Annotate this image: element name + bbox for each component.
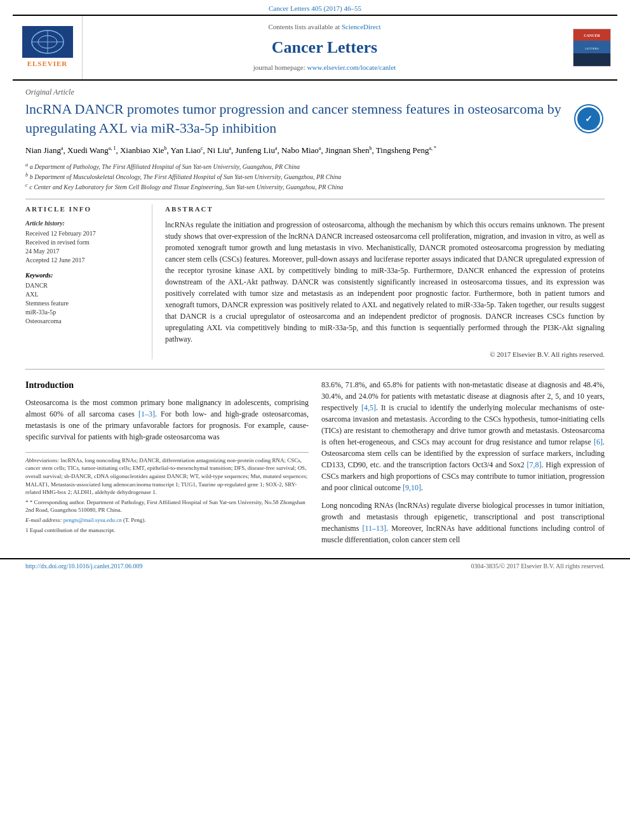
intro-right-text-2: Long noncoding RNAs (lncRNAs) regulate d… — [321, 500, 605, 545]
svg-text:CANCER: CANCER — [584, 34, 600, 37]
cancer-letters-logo-section: CANCER LETTERS — [566, 16, 617, 79]
affiliation-b: b b Department of Musculoskeletal Oncolo… — [25, 171, 605, 182]
svg-text:LETTERS: LETTERS — [585, 47, 599, 50]
footnotes-section: Abbreviations: lncRNAs, long noncoding R… — [25, 452, 309, 534]
abstract-heading: ABSTRACT — [165, 204, 605, 214]
journal-header-center: Contents lists available at ScienceDirec… — [83, 16, 566, 79]
elsevier-wordmark: ELSEVIER — [27, 59, 68, 69]
divider-1 — [25, 199, 605, 199]
received-date: Received 12 February 2017 — [25, 229, 142, 238]
email-address[interactable]: pengts@mail.sysu.edu.cn — [64, 517, 122, 523]
received-revised-date: 24 May 2017 — [25, 247, 142, 256]
page-footer: http://dx.doi.org/10.1016/j.canlet.2017.… — [0, 558, 630, 573]
article-title: lncRNA DANCR promotes tumor progression … — [25, 100, 566, 137]
keyword-2: AXL — [25, 290, 142, 299]
article-content: Original Article lncRNA DANCR promotes t… — [0, 81, 630, 552]
affiliations: a a Department of Pathology, The First A… — [25, 161, 605, 192]
journal-header: ELSEVIER Contents lists available at Sci… — [13, 15, 617, 80]
divider-2 — [25, 369, 605, 370]
abstract-text: lncRNAs regulate the initiation and prog… — [165, 219, 605, 345]
journal-name: Cancer Letters — [272, 36, 377, 59]
affiliation-a: a a Department of Pathology, The First A… — [25, 161, 605, 171]
intro-right-column: 83.6%, 71.8%, and 65.8% for patients wit… — [321, 379, 605, 545]
keywords-section: Keywords: DANCR AXL Stemness feature miR… — [25, 271, 142, 326]
corresponding-author-footnote: * * Corresponding author. Department of … — [25, 498, 309, 514]
article-type: Original Article — [25, 87, 605, 98]
journal-homepage-link[interactable]: www.elsevier.com/locate/canlet — [307, 63, 396, 71]
elsevier-logo-section: ELSEVIER — [13, 16, 83, 79]
elsevier-logo: ELSEVIER — [22, 26, 73, 69]
email-suffix: (T. Peng). — [123, 517, 146, 523]
corresponding-star: * — [25, 499, 29, 505]
citation-1-3[interactable]: [1–3] — [138, 410, 155, 418]
equal-contribution-footnote: 1 Equal contribution of the manuscript. — [25, 526, 309, 535]
accepted-date: Accepted 12 June 2017 — [25, 256, 142, 265]
keywords-label: Keywords: — [25, 271, 142, 280]
sciencedirect-line: Contents lists available at ScienceDirec… — [268, 22, 380, 32]
citation-11-13[interactable]: [11–13] — [363, 524, 387, 533]
abstract-column: ABSTRACT lncRNAs regulate the initiation… — [165, 204, 605, 360]
doi-link[interactable]: http://dx.doi.org/10.1016/j.canlet.2017.… — [25, 562, 143, 571]
citation-7-8[interactable]: [7,8] — [527, 460, 542, 469]
equal-contribution-text: 1 Equal contribution of the manuscript. — [25, 527, 115, 533]
intro-right-text: 83.6%, 71.8%, and 65.8% for patients wit… — [321, 379, 605, 493]
cancer-letters-logo: CANCER LETTERS — [573, 29, 611, 67]
introduction-heading: Introduction — [25, 379, 309, 392]
abbreviations-text: lncRNAs, long noncoding RNAs; DANCR, dif… — [25, 457, 307, 495]
journal-banner: Cancer Letters 405 (2017) 46–55 — [0, 0, 630, 15]
received-revised-label: Received in revised form — [25, 238, 142, 247]
page: Cancer Letters 405 (2017) 46–55 ELSEVIER — [0, 0, 630, 840]
authors-line: Nian Jianga, Xuedi Wanga, 1, Xianbiao Xi… — [25, 144, 605, 157]
intro-left-column: Introduction Osteosarcoma is the most co… — [25, 379, 309, 545]
info-abstract-section: ARTICLE INFO Article history: Received 1… — [25, 204, 605, 360]
article-history-label: Article history: — [25, 219, 142, 228]
abbreviations-label: Abbreviations: — [25, 457, 59, 463]
sciencedirect-link[interactable]: ScienceDirect — [342, 23, 381, 30]
copyright-notice: © 2017 Elsevier B.V. All rights reserved… — [165, 350, 605, 359]
article-info-heading: ARTICLE INFO — [25, 204, 142, 214]
keyword-4: miR-33a-5p — [25, 308, 142, 317]
issn-copyright: 0304-3835/© 2017 Elsevier B.V. All right… — [471, 562, 605, 571]
elsevier-graphic — [22, 26, 73, 58]
email-footnote: E-mail address: pengts@mail.sysu.edu.cn … — [25, 516, 309, 524]
svg-rect-8 — [573, 53, 610, 66]
abbreviations-footnote: Abbreviations: lncRNAs, long noncoding R… — [25, 457, 309, 497]
citation-9-10[interactable]: [9,10] — [403, 483, 421, 492]
introduction-section: Introduction Osteosarcoma is the most co… — [25, 379, 605, 545]
journal-citation: Cancer Letters 405 (2017) 46–55 — [269, 4, 361, 12]
corresponding-text: * Corresponding author. Department of Pa… — [25, 499, 305, 514]
email-label: E-mail address: — [25, 517, 62, 523]
keyword-3: Stemness feature — [25, 299, 142, 308]
journal-homepage: journal homepage: www.elsevier.com/locat… — [253, 63, 396, 72]
keyword-5: Osteosarcoma — [25, 317, 142, 326]
intro-left-text: Osteosarcoma is the most common primary … — [25, 397, 309, 443]
keyword-1: DANCR — [25, 281, 142, 290]
citation-6[interactable]: [6] — [594, 437, 603, 446]
article-title-section: lncRNA DANCR promotes tumor progression … — [25, 100, 605, 137]
affiliation-c: c c Center and Key Laboratory for Stem C… — [25, 182, 605, 192]
crossmark-icon[interactable]: ✓ CrossMark — [573, 103, 605, 135]
svg-text:CrossMark: CrossMark — [579, 126, 599, 131]
svg-text:✓: ✓ — [585, 114, 593, 124]
citation-4-5[interactable]: [4,5] — [361, 403, 376, 412]
article-info-column: ARTICLE INFO Article history: Received 1… — [25, 204, 152, 360]
